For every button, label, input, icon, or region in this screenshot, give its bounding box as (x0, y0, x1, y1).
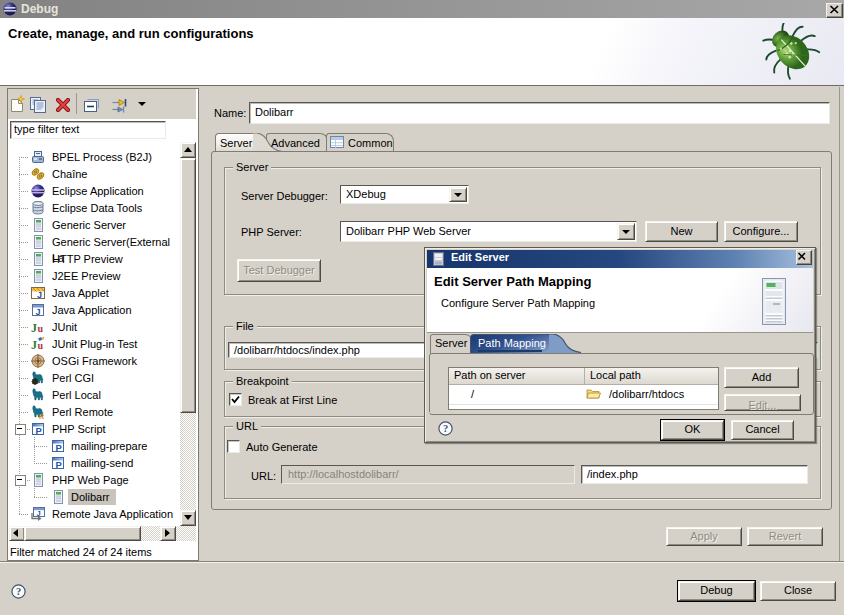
svg-text:P: P (36, 425, 43, 436)
svg-text:J: J (31, 338, 37, 352)
svg-text:P: P (56, 459, 63, 470)
svg-text:J: J (36, 307, 41, 317)
svg-text:J: J (37, 509, 41, 518)
svg-text:?: ? (16, 586, 21, 597)
svg-text:u: u (38, 323, 44, 334)
svg-text:?: ? (443, 423, 448, 434)
svg-text:J: J (37, 290, 42, 300)
svg-text:P: P (56, 442, 63, 453)
svg-text:J: J (31, 321, 37, 335)
svg-text:R: R (39, 413, 44, 420)
svg-text:u: u (38, 340, 44, 351)
